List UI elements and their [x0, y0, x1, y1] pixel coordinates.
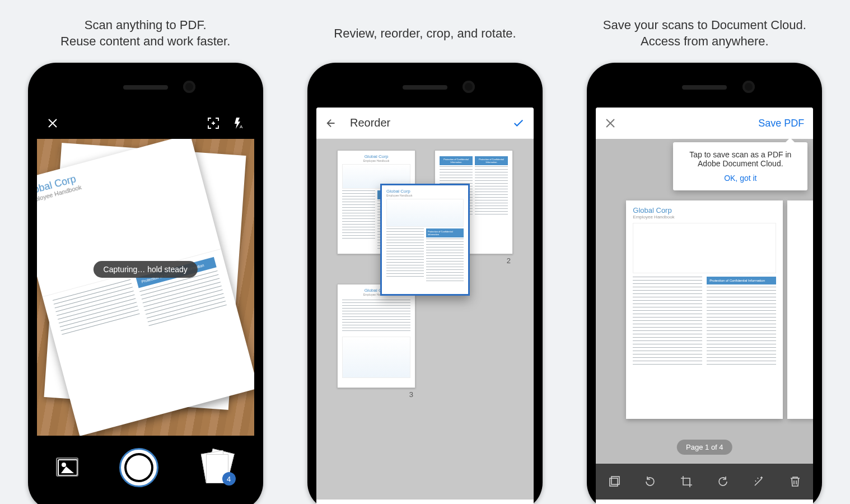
capture-status: Capturing… hold steady	[94, 261, 198, 278]
document-preview-area[interactable]: Tap to save scan as a PDF in Adobe Docum…	[596, 139, 813, 464]
thumbnail-3[interactable]: Global Corp Employee Handbook 3	[337, 284, 415, 399]
page-stack-button[interactable]: 4	[200, 451, 233, 484]
caption-2: Review, reorder, crop, and rotate.	[334, 17, 516, 50]
reorder-grid[interactable]: Global Corp Employee Handbook Protection…	[316, 139, 534, 500]
thumb-number: 3	[337, 390, 415, 399]
camera-viewfinder[interactable]: Global Corp Employee Handbook Protection…	[37, 139, 254, 436]
rotate-left-icon[interactable]	[643, 475, 657, 488]
page-indicator: Page 1 of 4	[677, 440, 732, 455]
close-icon[interactable]	[47, 118, 58, 129]
save-pdf-button[interactable]: Save PDF	[758, 118, 804, 129]
caption-1: Scan anything to PDF. Reuse content and …	[60, 17, 230, 50]
phone-frame-1: A Global Corp Employee Handbook	[28, 63, 263, 504]
panel-reorder: Review, reorder, crop, and rotate. Reord…	[296, 17, 553, 504]
panel-save: Save your scans to Document Cloud. Acces…	[576, 17, 833, 504]
camera-topbar: A	[37, 108, 254, 139]
gallery-button[interactable]	[58, 459, 78, 476]
add-page-icon[interactable]	[608, 475, 621, 488]
confirm-icon[interactable]	[512, 117, 525, 129]
edit-toolbar	[596, 464, 813, 500]
reorder-topbar: Reorder	[316, 108, 534, 139]
page-count-badge: 4	[222, 472, 236, 486]
gallery-icon	[58, 459, 78, 476]
magic-wand-icon[interactable]	[752, 475, 765, 488]
rotate-right-icon[interactable]	[716, 475, 730, 488]
close-icon[interactable]	[605, 118, 616, 129]
phone-frame-2: Reorder Global Corp Employee Handbook Pr…	[307, 63, 543, 504]
screen-title: Reorder	[350, 116, 512, 129]
delete-icon[interactable]	[788, 475, 802, 488]
panel-scan: Scan anything to PDF. Reuse content and …	[17, 17, 274, 504]
flash-auto-icon[interactable]: A	[232, 117, 244, 129]
svg-text:A: A	[240, 124, 243, 129]
dragging-thumbnail[interactable]: Global Corp Employee Handbook Protection…	[380, 184, 470, 296]
svg-rect-1	[610, 478, 618, 486]
next-page-peek[interactable]	[787, 200, 813, 419]
svg-rect-2	[611, 477, 619, 484]
shutter-button[interactable]	[119, 448, 158, 487]
save-topbar: Save PDF	[596, 108, 813, 139]
phone-frame-3: Save PDF Tap to save scan as a PDF in Ad…	[587, 63, 822, 504]
camera-bottombar: 4	[37, 436, 254, 500]
tooltip-text: Tap to save scan as a PDF in Adobe Docum…	[689, 150, 791, 168]
crop-icon[interactable]	[680, 475, 693, 488]
document-preview[interactable]: Global Corp Employee Handbook Protection…	[626, 200, 783, 419]
caption-3: Save your scans to Document Cloud. Acces…	[603, 17, 806, 50]
back-arrow-icon[interactable]	[325, 117, 338, 129]
tooltip-ok-button[interactable]: OK, got it	[682, 174, 798, 183]
save-tooltip: Tap to save scan as a PDF in Adobe Docum…	[673, 142, 807, 190]
focus-icon[interactable]	[207, 117, 219, 129]
